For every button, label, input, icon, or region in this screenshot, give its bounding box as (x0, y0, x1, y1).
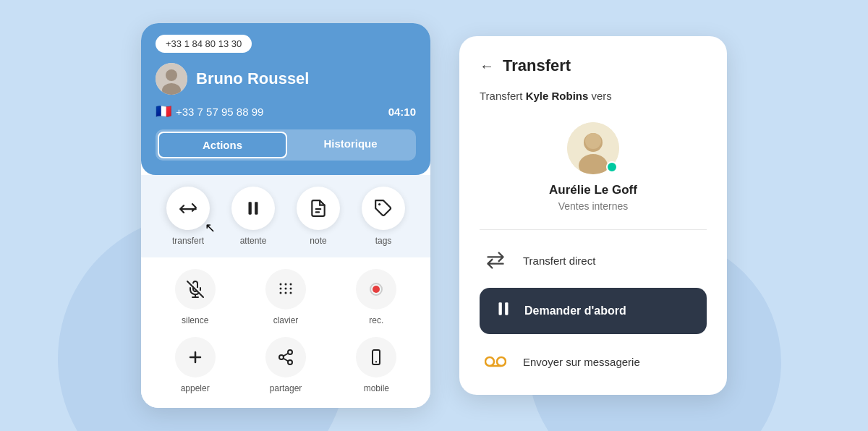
phone-number-pill[interactable]: +33 1 84 80 13 30 (156, 35, 252, 53)
transfer-direct-icon (480, 244, 511, 276)
transfer-button[interactable]: ↖ (166, 187, 210, 230)
rec-button[interactable] (356, 269, 396, 310)
action-note[interactable]: note (297, 187, 340, 246)
transfer-direct-svg-icon (485, 250, 506, 270)
svg-point-14 (289, 288, 292, 290)
messagerie-label: Envoyer sur messagerie (523, 356, 640, 368)
tag-icon (374, 199, 393, 218)
action-rec[interactable]: rec. (337, 269, 416, 325)
svg-point-16 (284, 292, 286, 294)
svg-point-11 (289, 283, 292, 286)
caller-info-row: 🇫🇷 +33 7 57 95 88 99 04:10 (156, 103, 416, 119)
partager-label: partager (270, 383, 302, 393)
note-button[interactable] (297, 187, 340, 230)
svg-point-5 (378, 203, 380, 205)
demander-button[interactable]: Demander d'abord (480, 288, 707, 334)
subtitle-suffix: vers (592, 90, 612, 102)
action-silence[interactable]: silence (156, 269, 234, 325)
svg-line-25 (284, 359, 289, 362)
action-partager[interactable]: partager (246, 337, 325, 393)
back-arrow-icon[interactable]: ← (480, 58, 494, 74)
transfer-direct-label: Transfert direct (523, 255, 595, 267)
messagerie-option[interactable]: Envoyer sur messagerie (480, 346, 707, 377)
pause-btn-icon (494, 299, 513, 318)
call-timer: 04:10 (388, 106, 416, 118)
note-icon (309, 199, 328, 218)
agent-department: Ventes internes (558, 200, 629, 212)
silence-button[interactable] (175, 269, 216, 310)
transfer-direct-option[interactable]: Transfert direct (480, 244, 707, 276)
svg-point-24 (288, 360, 292, 364)
svg-rect-3 (249, 202, 252, 214)
action-attente[interactable]: attente (231, 187, 275, 246)
action-tags[interactable]: tags (362, 187, 405, 246)
action-transfer[interactable]: ↖ transfert (166, 187, 210, 246)
messagerie-icon (480, 346, 511, 377)
svg-rect-34 (505, 302, 508, 315)
tags-label: tags (375, 236, 392, 246)
actions-grid: ↖ transfert attente (156, 187, 416, 246)
record-icon (367, 281, 385, 298)
svg-point-23 (279, 355, 284, 359)
agent-card: Aurélie Le Goff Ventes internes (480, 122, 707, 212)
share-icon (277, 349, 294, 366)
clavier-button[interactable] (265, 269, 306, 310)
svg-rect-33 (499, 302, 502, 315)
caller-phone: 🇫🇷 +33 7 57 95 88 99 (156, 103, 263, 119)
rec-label: rec. (369, 315, 383, 325)
mobile-button[interactable] (356, 337, 396, 377)
transfer-subtitle: Transfert Kyle Robins vers (480, 90, 707, 102)
bottom-grid: silence clavie (156, 269, 416, 393)
tags-button[interactable] (362, 187, 405, 230)
svg-point-17 (289, 292, 292, 294)
svg-point-9 (279, 283, 281, 286)
partager-button[interactable] (265, 337, 306, 377)
actions-section: ↖ transfert attente (141, 175, 430, 257)
avatar (156, 63, 187, 95)
svg-point-10 (284, 283, 286, 286)
appeler-label: appeler (181, 383, 210, 393)
attente-label: attente (240, 236, 267, 246)
svg-point-32 (585, 133, 601, 149)
phone-card: +33 1 84 80 13 30 Bruno Roussel 🇫🇷 +33 7… (141, 23, 430, 408)
clavier-label: clavier (273, 315, 299, 325)
svg-point-36 (497, 357, 506, 366)
cursor-icon: ↖ (205, 220, 216, 236)
svg-point-12 (279, 288, 281, 290)
appeler-button[interactable] (175, 337, 216, 377)
tabs-row: Actions Historique (156, 129, 416, 161)
tab-historique[interactable]: Historique (287, 132, 414, 158)
action-appeler[interactable]: appeler (156, 337, 234, 393)
svg-point-1 (166, 69, 177, 81)
svg-point-15 (279, 292, 281, 294)
svg-point-35 (485, 357, 494, 366)
caller-row: Bruno Roussel (156, 63, 416, 95)
action-clavier[interactable]: clavier (246, 269, 325, 325)
svg-point-22 (288, 350, 292, 354)
demander-icon (494, 299, 513, 323)
transfer-label: transfert (172, 236, 204, 246)
divider (480, 229, 707, 230)
voicemail-icon (485, 354, 506, 370)
mobile-icon (367, 349, 385, 366)
svg-line-26 (284, 354, 289, 357)
tab-actions[interactable]: Actions (158, 132, 287, 158)
agent-name: Aurélie Le Goff (549, 183, 637, 197)
pause-icon (244, 199, 263, 218)
transfer-card: ← Transfert Transfert Kyle Robins vers A… (459, 36, 727, 395)
plus-icon (187, 349, 204, 366)
demander-label: Demander d'abord (524, 304, 626, 317)
svg-rect-4 (255, 202, 258, 214)
flag-icon: 🇫🇷 (156, 103, 171, 119)
pause-button[interactable] (231, 187, 275, 230)
phone-top-section: +33 1 84 80 13 30 Bruno Roussel 🇫🇷 +33 7… (141, 23, 430, 175)
action-mobile[interactable]: mobile (337, 337, 416, 393)
caller-phone-number: +33 7 57 95 88 99 (176, 106, 263, 118)
silence-label: silence (182, 315, 208, 325)
transfer-icon (179, 199, 197, 218)
transfer-header: ← Transfert (480, 56, 707, 75)
keypad-icon (277, 281, 294, 298)
subtitle-prefix: Transfert (480, 90, 522, 102)
transfer-title: Transfert (503, 56, 571, 75)
phone-number-text: +33 1 84 80 13 30 (166, 38, 242, 49)
